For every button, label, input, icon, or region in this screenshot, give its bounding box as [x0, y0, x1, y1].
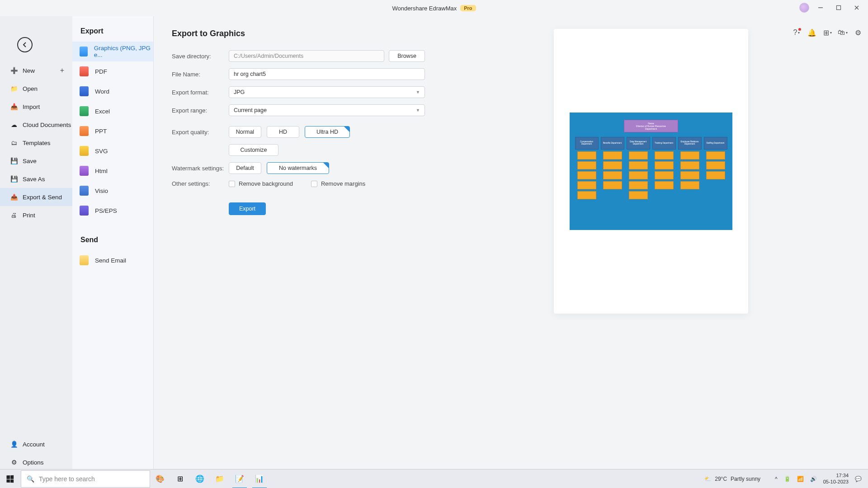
export-graphics[interactable]: Graphics (PNG, JPG e...	[72, 42, 153, 61]
nav-label: Export & Send	[23, 194, 62, 201]
ps-icon	[80, 206, 89, 216]
other-settings-label: Other settings:	[172, 180, 229, 187]
export-item-label: Excel	[95, 108, 110, 115]
quality-customize-button[interactable]: Customize	[229, 144, 278, 156]
start-button[interactable]	[0, 469, 20, 488]
avatar[interactable]	[799, 3, 809, 13]
clock-date: 05-10-2023	[823, 479, 849, 485]
weather-widget[interactable]: ⛅ 29°C Partly sunny	[704, 476, 760, 482]
export-item-label: PPT	[95, 128, 107, 135]
export-ppt[interactable]: PPT	[72, 121, 153, 141]
bell-icon[interactable]: 🔔	[808, 29, 816, 36]
format-select[interactable]: JPG▼	[229, 86, 425, 98]
taskbar-search[interactable]: 🔍Type here to search	[21, 470, 150, 488]
cart-icon[interactable]: 🛍▾	[839, 29, 846, 36]
nav-export-send[interactable]: 📤Export & Send	[0, 188, 72, 206]
gear-icon: ⚙	[10, 458, 18, 466]
pdf-icon	[80, 66, 89, 76]
quality-hd-button[interactable]: HD	[267, 126, 299, 138]
word-icon	[80, 86, 89, 96]
watermark-default-button[interactable]: Default	[229, 162, 261, 174]
quality-ultrahd-button[interactable]: Ultra HD	[305, 126, 350, 138]
filename-label: File Name:	[172, 71, 229, 78]
nav-new[interactable]: ➕New+	[0, 61, 72, 80]
tray-chevron-icon[interactable]: ^	[775, 476, 778, 482]
help-icon[interactable]: ?▾	[793, 29, 800, 36]
nav-print[interactable]: 🖨Print	[0, 206, 72, 224]
taskbar-explorer-icon[interactable]: 📁	[210, 469, 230, 488]
preview-card: Name Director of Human Resources Departm…	[554, 29, 748, 314]
export-html[interactable]: Html	[72, 161, 153, 181]
export-item-label: PS/EPS	[95, 207, 117, 214]
dept-node: Staffing Department	[704, 137, 727, 150]
saveas-icon: 💾	[10, 175, 18, 183]
quality-normal-button[interactable]: Normal	[229, 126, 261, 138]
export-svg[interactable]: SVG	[72, 141, 153, 161]
nav-import[interactable]: 📥Import	[0, 98, 72, 116]
send-email[interactable]: Send Email	[72, 250, 153, 270]
checkbox-icon	[311, 181, 317, 187]
export-form: Export to Graphics Save directory: Brows…	[172, 29, 425, 463]
browse-button[interactable]: Browse	[389, 50, 425, 62]
back-button[interactable]	[17, 37, 33, 52]
maximize-button[interactable]	[830, 2, 847, 14]
tray-volume-icon[interactable]: 🔊	[810, 476, 817, 482]
format-value: JPG	[234, 89, 245, 95]
form-heading: Export to Graphics	[172, 29, 425, 38]
tray-wifi-icon[interactable]: 📶	[797, 476, 804, 482]
nav-save[interactable]: 💾Save	[0, 152, 72, 170]
print-icon: 🖨	[10, 211, 18, 219]
export-pdf[interactable]: PDF	[72, 61, 153, 81]
save-dir-input[interactable]	[229, 50, 384, 62]
export-item-label: Graphics (PNG, JPG e...	[94, 45, 153, 58]
tray-notification-icon[interactable]: 💬	[855, 476, 862, 482]
export-visio[interactable]: Visio	[72, 181, 153, 201]
visio-icon	[80, 186, 89, 196]
export-item-label: Html	[95, 168, 108, 174]
taskbar-news-icon[interactable]: 🎨	[150, 469, 170, 488]
dept-node: Employee Relations Department	[678, 137, 702, 150]
pro-badge: Pro	[460, 5, 476, 11]
grid-icon[interactable]: ⊞▾	[824, 29, 831, 36]
weather-temp: 29°C	[715, 476, 727, 482]
nav-label: Save As	[23, 176, 45, 183]
minimize-button[interactable]	[812, 2, 829, 14]
close-button[interactable]	[848, 2, 865, 14]
export-word[interactable]: Word	[72, 81, 153, 101]
save-icon: 💾	[10, 157, 18, 165]
dept-node: Data Management Department	[627, 137, 650, 150]
range-select[interactable]: Current page▼	[229, 104, 425, 116]
watermark-label: Watermark settings:	[172, 165, 229, 172]
tray-battery-icon[interactable]: 🔋	[784, 476, 791, 482]
file-nav: ➕New+ 📁Open 📥Import ☁Cloud Documents 🗂Te…	[0, 16, 72, 476]
nav-cloud[interactable]: ☁Cloud Documents	[0, 116, 72, 134]
nav-open[interactable]: 📁Open	[0, 80, 72, 98]
taskbar-edrawmax-icon[interactable]: 📊	[250, 469, 269, 488]
taskbar-word-icon[interactable]: 📝	[230, 469, 250, 488]
search-placeholder: Type here to search	[39, 475, 95, 483]
search-icon: 🔍	[27, 475, 34, 483]
export-icon: 📤	[10, 193, 18, 201]
filename-input[interactable]	[229, 68, 425, 80]
checkbox-icon	[229, 181, 235, 187]
taskbar-edge-icon[interactable]: 🌐	[190, 469, 210, 488]
html-icon	[80, 166, 89, 176]
nav-saveas[interactable]: 💾Save As	[0, 170, 72, 188]
checkbox-label: Remove background	[239, 180, 293, 187]
export-excel[interactable]: Excel	[72, 101, 153, 121]
plus-icon[interactable]: +	[60, 66, 64, 75]
export-button[interactable]: Export	[229, 202, 266, 215]
taskbar-taskview-icon[interactable]: ⊞	[170, 469, 190, 488]
nav-account[interactable]: 👤Account	[0, 435, 72, 453]
remove-bg-checkbox[interactable]: Remove background	[229, 180, 293, 187]
taskbar: 🔍Type here to search 🎨 ⊞ 🌐 📁 📝 📊 ⛅ 29°C …	[0, 469, 868, 488]
settings-icon[interactable]: ⚙	[854, 29, 862, 36]
watermark-none-button[interactable]: No watermarks	[267, 162, 329, 174]
nav-templates[interactable]: 🗂Templates	[0, 134, 72, 152]
nav-options[interactable]: ⚙Options	[0, 453, 72, 471]
export-pseps[interactable]: PS/EPS	[72, 201, 153, 221]
remove-margins-checkbox[interactable]: Remove margins	[311, 180, 365, 187]
taskbar-clock[interactable]: 17:34 05-10-2023	[823, 473, 849, 484]
new-icon: ➕	[10, 66, 18, 75]
account-icon: 👤	[10, 440, 18, 448]
